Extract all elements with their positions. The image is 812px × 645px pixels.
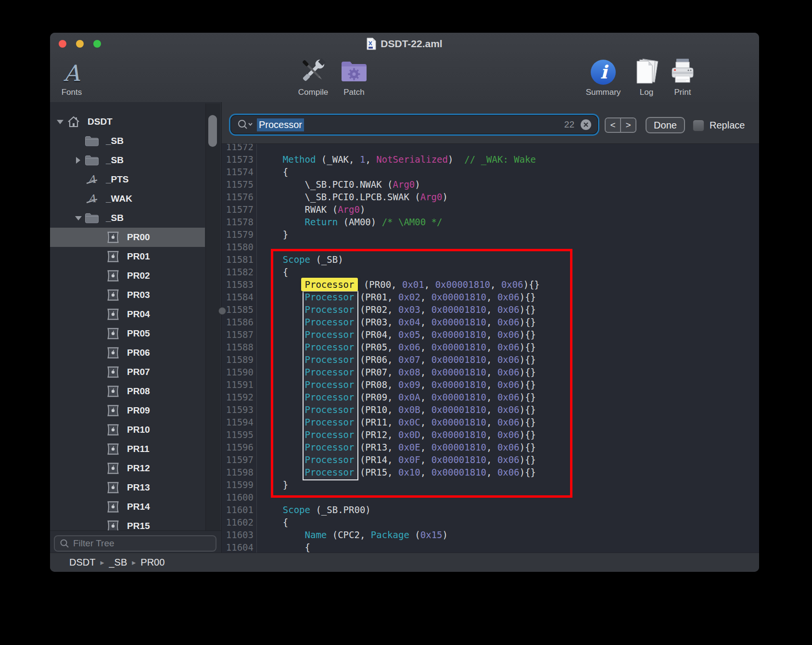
search-input[interactable]: Processor 22 [231, 116, 597, 134]
code-line: { [261, 541, 540, 553]
code-line: \_SB.PCI0.NWAK (Arg0) [261, 178, 540, 191]
processor-icon [106, 500, 120, 514]
clear-search-icon[interactable] [580, 119, 592, 130]
line-number: 11573 [222, 153, 254, 166]
code-editor[interactable]: 1157211573115741157511576115771157811579… [222, 102, 759, 553]
splitter-handle[interactable] [218, 307, 226, 315]
tree-item-pr06[interactable]: PR06 [50, 343, 205, 362]
tree-item-label: PR00 [127, 232, 150, 243]
line-number: 11587 [222, 328, 254, 341]
tree-item-sb[interactable]: _SB [50, 151, 205, 170]
line-number: 11583 [222, 278, 254, 291]
tree-item-pr12[interactable]: PR12 [50, 459, 205, 478]
tool-label: Print [666, 88, 699, 97]
processor-icon [106, 326, 120, 341]
compile-tool[interactable]: Compile [292, 54, 335, 97]
line-number: 11597 [222, 453, 254, 466]
print-tool[interactable]: Print [666, 54, 699, 97]
line-number: 11585 [222, 303, 254, 316]
next-match-button[interactable]: > [620, 118, 635, 132]
tree-item-pr15[interactable]: PR15 [50, 516, 205, 530]
breadcrumb-item-dsdt[interactable]: DSDT [69, 557, 95, 568]
tree-item-label: _SB [106, 155, 124, 166]
breadcrumb-separator-icon: ▸ [132, 558, 136, 567]
tree-scrollbar-thumb[interactable] [208, 115, 217, 147]
disclosure-placeholder [74, 195, 85, 202]
tree-item-pr01[interactable]: PR01 [50, 247, 205, 266]
tree-item-pr09[interactable]: PR09 [50, 401, 205, 420]
folder-icon [85, 153, 99, 168]
tree-item-label: _SB [106, 136, 124, 146]
tree-item-pr03[interactable]: PR03 [50, 285, 205, 305]
done-button[interactable]: Done [646, 117, 685, 133]
previous-match-button[interactable]: < [606, 118, 620, 132]
processor-icon [106, 442, 120, 456]
line-number: 11593 [222, 403, 254, 416]
fonts-tool[interactable]: A Fonts [55, 54, 89, 97]
breadcrumb-separator-icon: ▸ [100, 558, 104, 567]
replace-checkbox[interactable] [693, 120, 704, 131]
method-icon: A [85, 192, 99, 206]
processor-icon [106, 288, 120, 302]
summary-tool[interactable]: i Summary [582, 54, 625, 97]
processor-icon [106, 365, 120, 379]
home-icon [66, 115, 81, 129]
line-number: 11590 [222, 366, 254, 378]
tree-item-label: PR12 [127, 463, 150, 474]
line-number: 11578 [222, 216, 254, 228]
filter-tree-input[interactable]: Filter Tree [54, 535, 216, 552]
tree-item-label: PR01 [127, 251, 150, 262]
tool-label: Fonts [55, 88, 89, 97]
code-line: Scope (_SB.PR00) [261, 503, 540, 516]
code-line: \_SB.PCI0.LPCB.SWAK (Arg0) [261, 191, 540, 203]
tree-item-label: PR05 [127, 328, 150, 339]
tree-item-pr02[interactable]: PR02 [50, 266, 205, 285]
fonts-icon: A [63, 61, 79, 86]
tree-item-sb[interactable]: _SB [50, 131, 205, 151]
tree-item-pr08[interactable]: PR08 [50, 382, 205, 401]
breadcrumb-item-sb[interactable]: _SB [109, 557, 127, 568]
folder-icon [85, 211, 99, 225]
window-title-group: DSDT-22.aml [50, 38, 759, 50]
tree-item-sb[interactable]: _SB [50, 208, 205, 228]
tree-item-pr04[interactable]: PR04 [50, 305, 205, 324]
method-icon: A [85, 172, 99, 187]
processor-icon [106, 230, 120, 245]
tree-item-pr10[interactable]: PR10 [50, 420, 205, 439]
patch-tool[interactable]: Patch [337, 54, 371, 97]
processor-icon [106, 519, 120, 530]
tree-item-pr00[interactable]: PR00 [50, 228, 205, 247]
disclosure-open-icon[interactable] [74, 215, 85, 221]
log-tool[interactable]: Log [630, 54, 663, 97]
tree-item-pr07[interactable]: PR07 [50, 362, 205, 382]
processor-icon [106, 384, 120, 399]
maciasl-window: DSDT-22.aml A Fonts [50, 33, 759, 572]
disclosure-open-icon[interactable] [56, 118, 66, 125]
code-line: { [261, 166, 540, 178]
search-query: Processor [257, 118, 304, 131]
tree-item-label: PR07 [127, 367, 150, 377]
line-number: 11596 [222, 441, 254, 453]
tree-item-dsdt[interactable]: DSDT [50, 112, 205, 131]
tree-item-wak[interactable]: A_WAK [50, 189, 205, 208]
line-number: 11601 [222, 503, 254, 516]
disclosure-placeholder [74, 138, 85, 144]
tree-item-label: PR10 [127, 425, 150, 435]
line-number: 11582 [222, 266, 254, 278]
tree-item-label: PR08 [127, 386, 150, 397]
line-number: 11588 [222, 341, 254, 353]
search-menu-icon[interactable] [237, 119, 253, 130]
tree-item-label: PR11 [127, 444, 149, 454]
disclosure-closed-icon[interactable] [74, 157, 85, 164]
line-number: 11598 [222, 466, 254, 478]
code-line: Method (_WAK, 1, NotSerialized) // _WAK:… [261, 153, 540, 166]
breadcrumb-item-pr00[interactable]: PR00 [140, 557, 165, 568]
tree-item-pr14[interactable]: PR14 [50, 497, 205, 516]
log-pages-icon [632, 58, 661, 86]
tree-item-pr11[interactable]: PR11 [50, 439, 205, 459]
tree-item-label: _WAK [106, 194, 132, 204]
tree-item-pr05[interactable]: PR05 [50, 324, 205, 343]
tree-item-pts[interactable]: A_PTS [50, 170, 205, 189]
line-number: 11592 [222, 391, 254, 403]
tree-item-pr13[interactable]: PR13 [50, 478, 205, 497]
